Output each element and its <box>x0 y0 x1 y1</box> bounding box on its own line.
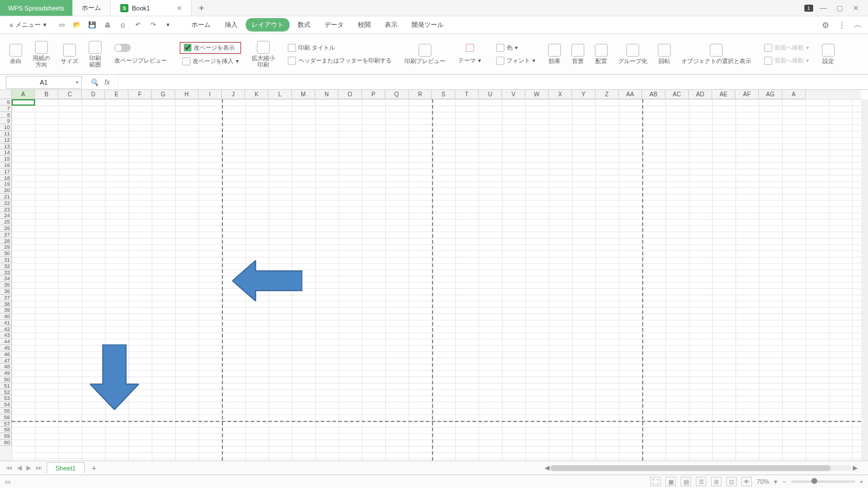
ribbon-tab-0[interactable]: ホーム <box>186 18 217 32</box>
fullscreen-icon[interactable]: ⛶ <box>650 477 661 486</box>
row-header[interactable]: 11 <box>0 131 12 137</box>
gear-icon[interactable]: ⚙ <box>822 20 829 30</box>
print-icon[interactable]: 🖶 <box>103 20 112 30</box>
row-header[interactable]: 36 <box>0 288 12 295</box>
maximize-icon[interactable]: ▢ <box>833 3 846 13</box>
ribbon-tab-3[interactable]: 数式 <box>292 18 316 32</box>
show-page-break-checkbox[interactable]: 改ページを表示 <box>180 42 241 54</box>
row-header[interactable]: 32 <box>0 263 12 270</box>
open-icon[interactable]: 📂 <box>72 20 82 30</box>
row-header[interactable]: 7 <box>0 106 12 112</box>
new-icon[interactable]: ▭ <box>57 20 67 30</box>
qat-dropdown-icon[interactable]: ▾ <box>163 20 173 30</box>
row-header[interactable]: 24 <box>0 212 12 219</box>
row-header[interactable]: 49 <box>0 370 12 377</box>
row-header[interactable]: 43 <box>0 332 12 339</box>
select-objects-button[interactable]: オブジェクトの選択と表示 <box>678 44 755 64</box>
column-header[interactable]: V <box>502 90 525 99</box>
tab-home[interactable]: ホーム <box>72 0 111 16</box>
left-arrow-shape[interactable] <box>232 260 302 301</box>
row-header[interactable]: 13 <box>0 144 12 150</box>
font-button[interactable]: フォント▾ <box>494 55 538 66</box>
row-header[interactable]: 54 <box>0 402 12 408</box>
row-header[interactable]: 27 <box>0 232 12 238</box>
column-header[interactable]: A <box>782 90 806 99</box>
row-header[interactable]: 42 <box>0 326 12 333</box>
scroll-right-icon[interactable]: ▶ <box>852 464 859 472</box>
ribbon-tab-1[interactable]: 挿入 <box>219 18 243 32</box>
ribbon-tab-6[interactable]: 表示 <box>379 18 403 32</box>
row-header[interactable]: 37 <box>0 295 12 301</box>
column-header[interactable]: X <box>549 90 572 99</box>
row-header[interactable]: 30 <box>0 250 12 257</box>
column-header[interactable]: U <box>479 90 502 99</box>
chevron-down-icon[interactable]: ▾ <box>76 79 79 85</box>
row-header[interactable]: 18 <box>0 175 12 182</box>
add-sheet-button[interactable]: + <box>88 463 100 473</box>
column-header[interactable]: O <box>339 90 362 99</box>
column-header[interactable]: Q <box>385 90 409 99</box>
align-button[interactable]: 配置 <box>591 44 611 64</box>
row-header[interactable]: 21 <box>0 194 12 200</box>
row-header[interactable]: 20 <box>0 187 12 194</box>
undo-icon[interactable]: ↶ <box>133 20 142 30</box>
name-box[interactable]: A1 ▾ <box>6 76 82 89</box>
notification-badge[interactable]: 1 <box>804 5 813 12</box>
view-icon-5[interactable]: ⊡ <box>726 477 737 486</box>
row-header[interactable]: 35 <box>0 282 12 288</box>
add-tab-button[interactable]: + <box>191 0 211 16</box>
row-header[interactable]: 39 <box>0 307 12 313</box>
row-header[interactable]: 10 <box>0 124 12 131</box>
column-header[interactable]: Z <box>595 90 619 99</box>
column-header[interactable]: A <box>12 90 35 99</box>
column-header[interactable]: AD <box>689 90 712 99</box>
column-headers[interactable]: ABCDEFGHIJKLMNOPQRSTUVWXYZAAABACADAEAFAG… <box>12 90 861 99</box>
row-header[interactable]: 17 <box>0 169 12 175</box>
insert-page-break-button[interactable]: 改ページを挿入▾ <box>180 56 241 67</box>
print-title-button[interactable]: 印刷 タイトル <box>285 43 394 53</box>
save-icon[interactable]: 💾 <box>88 20 97 30</box>
vertical-scrollbar[interactable] <box>861 99 868 461</box>
row-header[interactable]: 25 <box>0 219 12 225</box>
column-header[interactable]: B <box>35 90 58 99</box>
row-header[interactable]: 12 <box>0 137 12 144</box>
ribbon-tab-2[interactable]: レイアウト <box>246 18 290 32</box>
row-header[interactable]: 14 <box>0 149 12 156</box>
column-header[interactable]: W <box>525 90 549 99</box>
column-header[interactable]: AC <box>665 90 689 99</box>
column-header[interactable]: L <box>269 90 292 99</box>
column-header[interactable]: K <box>245 90 269 99</box>
menu-button[interactable]: ≡ メニュー ▾ <box>6 19 50 31</box>
column-header[interactable]: F <box>128 90 152 99</box>
rotate-button[interactable]: 回転 <box>654 44 674 64</box>
row-header[interactable]: 23 <box>0 207 12 213</box>
row-header[interactable]: 59 <box>0 433 12 440</box>
row-headers[interactable]: 6789101112131415161718192021222324252627… <box>0 99 12 461</box>
row-header[interactable]: 45 <box>0 345 12 351</box>
row-header[interactable]: 41 <box>0 320 12 326</box>
horizontal-scrollbar[interactable]: ◀ ▶ <box>543 464 859 472</box>
chevron-down-icon[interactable]: ▾ <box>774 478 778 486</box>
column-header[interactable]: T <box>455 90 479 99</box>
row-header[interactable]: 28 <box>0 238 12 245</box>
minimize-icon[interactable]: — <box>817 3 829 13</box>
checkbox-icon[interactable] <box>184 44 191 51</box>
tab-book1[interactable]: S Book1 × <box>111 0 191 16</box>
color-button[interactable]: 色▾ <box>494 43 538 53</box>
sheet-nav-last[interactable]: ⏭ <box>34 464 43 472</box>
row-header[interactable]: 53 <box>0 395 12 402</box>
row-header[interactable]: 46 <box>0 351 12 358</box>
column-header[interactable]: AG <box>759 90 782 99</box>
theme-button[interactable]: テーマ▾ <box>456 55 483 66</box>
row-header[interactable]: 50 <box>0 377 12 383</box>
row-header[interactable]: 60 <box>0 440 12 446</box>
column-header[interactable]: P <box>362 90 385 99</box>
row-header[interactable]: 16 <box>0 162 12 169</box>
sheet-tab[interactable]: Sheet1 <box>47 462 85 473</box>
zoom-print-button[interactable]: 拡大縮小 印刷 <box>248 41 278 68</box>
print-preview-icon[interactable]: ⎙ <box>118 20 127 30</box>
row-header[interactable]: 52 <box>0 389 12 396</box>
sheet-nav-first[interactable]: ⏮ <box>5 464 13 472</box>
normal-view-icon[interactable]: ▦ <box>665 477 676 486</box>
column-header[interactable]: M <box>292 90 315 99</box>
